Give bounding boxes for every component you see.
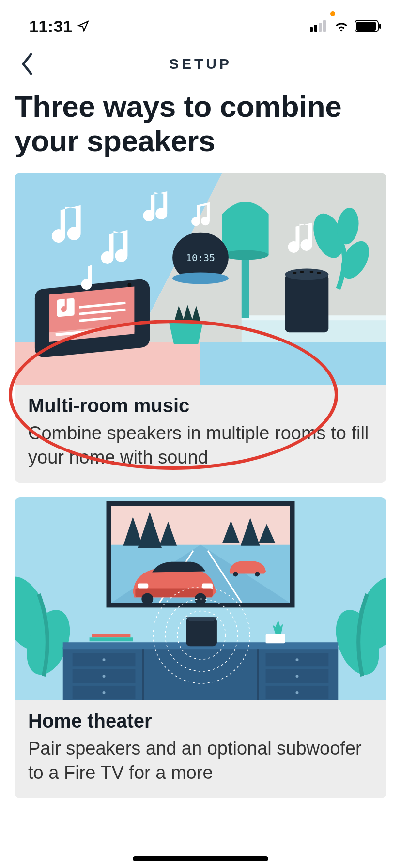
- status-time: 11:31: [29, 17, 90, 36]
- wifi-icon: [333, 20, 350, 32]
- back-button[interactable]: [15, 52, 39, 76]
- svg-rect-0: [310, 27, 313, 32]
- svg-point-62: [103, 675, 106, 678]
- home-indicator: [133, 856, 268, 861]
- card-body: Home theater Pair speakers and an option…: [15, 700, 386, 798]
- page-title: Three ways to combine your speakers: [15, 89, 386, 158]
- cards-container: 10:35: [0, 173, 401, 798]
- svg-rect-6: [379, 24, 381, 29]
- home-theater-illustration: [15, 497, 386, 700]
- svg-rect-75: [186, 618, 217, 647]
- svg-point-14: [222, 250, 269, 260]
- nav-header: SETUP: [0, 43, 401, 85]
- svg-rect-71: [257, 649, 259, 700]
- svg-point-50: [141, 593, 153, 605]
- card-multi-room-music[interactable]: 10:35: [15, 173, 386, 483]
- svg-point-24: [309, 271, 313, 273]
- status-bar: 11:31: [0, 0, 401, 43]
- cellular-icon: [310, 20, 328, 32]
- svg-rect-10: [200, 342, 386, 386]
- battery-icon: [355, 20, 382, 32]
- svg-rect-74: [266, 634, 285, 643]
- svg-point-55: [255, 572, 260, 577]
- svg-rect-2: [319, 23, 322, 32]
- status-right: [310, 20, 382, 32]
- svg-point-67: [295, 658, 298, 661]
- card-home-theater[interactable]: Home theater Pair speakers and an option…: [15, 497, 386, 798]
- svg-point-21: [285, 268, 329, 280]
- svg-rect-73: [90, 637, 133, 641]
- svg-point-63: [103, 691, 106, 694]
- location-icon: [77, 20, 90, 32]
- svg-rect-72: [92, 634, 131, 637]
- svg-point-23: [300, 271, 304, 273]
- svg-point-22: [293, 272, 297, 274]
- orange-dot-icon: [330, 11, 335, 16]
- card-title: Home theater: [28, 710, 373, 732]
- svg-rect-1: [314, 25, 317, 32]
- svg-rect-13: [242, 255, 249, 318]
- svg-point-61: [103, 658, 106, 661]
- svg-rect-3: [323, 20, 326, 32]
- multi-room-illustration: 10:35: [15, 173, 386, 386]
- svg-point-19: [172, 272, 229, 284]
- svg-point-25: [317, 272, 321, 274]
- svg-rect-5: [356, 22, 376, 31]
- svg-marker-76: [186, 618, 217, 621]
- card-description: Combine speakers in multiple rooms to fi…: [28, 421, 373, 469]
- card-description: Pair speakers and an optional subwoofer …: [28, 737, 373, 785]
- svg-rect-52: [138, 584, 148, 589]
- card-body: Multi-room music Combine speakers in mul…: [15, 385, 386, 483]
- status-time-text: 11:31: [29, 17, 72, 36]
- svg-point-69: [295, 691, 298, 694]
- nav-title: SETUP: [169, 56, 232, 72]
- svg-point-54: [233, 572, 238, 577]
- clock-time: 10:35: [186, 251, 215, 263]
- svg-point-68: [295, 675, 298, 678]
- svg-rect-20: [285, 274, 329, 332]
- card-title: Multi-room music: [28, 395, 373, 417]
- svg-point-31: [127, 283, 131, 287]
- svg-rect-70: [142, 649, 144, 700]
- chevron-left-icon: [20, 52, 34, 76]
